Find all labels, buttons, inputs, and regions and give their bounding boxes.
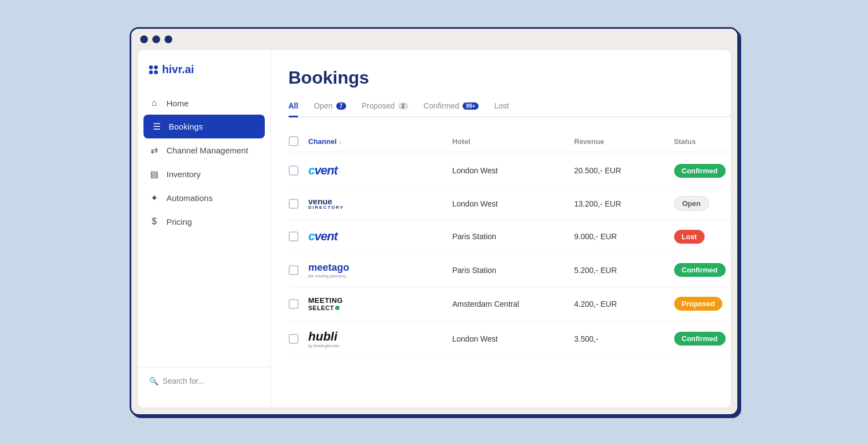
sidebar-item-channel-management[interactable]: ⇄ Channel Management [138,138,270,162]
browser-dot-2 [152,35,160,43]
sidebar-item-bookings-label: Bookings [169,122,203,131]
main-content: Bookings All Open 7 Proposed 2 Confirmed… [271,50,732,408]
row-1-status: Confirmed [674,164,732,178]
sidebar-item-bookings[interactable]: ☰ Bookings [143,115,265,138]
row-1-checkbox[interactable] [289,166,309,176]
row-3-checkbox[interactable] [289,231,309,241]
table-header: Channel ↓ Hotel Revenue Status [289,131,732,152]
hubli-logo: hubli by MeetingBooker [309,329,453,348]
logo: hivr.ai [138,63,270,91]
sidebar-item-inventory-label: Inventory [167,169,201,179]
status-badge-confirmed-2: Confirmed [674,263,726,277]
row-3-status: Lost [674,230,732,244]
logo-text: hivr.ai [162,63,194,76]
sidebar-item-home-label: Home [167,99,189,108]
sidebar-item-home[interactable]: ⌂ Home [138,91,270,115]
tab-confirmed-badge: 99+ [463,102,479,110]
sidebar-nav: ⌂ Home ☰ Bookings ⇄ Channel Management ▤… [138,91,270,233]
row-2-status: Open [674,196,732,211]
pricing-icon: $ [149,217,160,226]
cvent-logo-1: cvent [309,163,338,177]
venue-directory-logo: venue DIRECTORY [309,197,453,210]
tab-all[interactable]: All [289,101,299,117]
tab-lost[interactable]: Lost [494,101,509,117]
row-1-revenue: 20.500,- EUR [574,166,674,175]
tab-lost-label: Lost [494,101,509,110]
header-checkbox[interactable] [289,136,309,146]
row-4-hotel: Paris Station [453,266,574,275]
tabs-bar: All Open 7 Proposed 2 Confirmed 99+ Lost [289,101,732,117]
browser-titlebar [131,29,737,43]
tab-open-label: Open [314,101,332,110]
tab-open-badge: 7 [336,102,346,110]
row-5-revenue: 4.200,- EUR [574,300,674,308]
search-placeholder: Search for... [163,377,204,385]
cvent-logo-2: cvent [309,229,338,243]
row-2-revenue: 13.200,- EUR [574,199,674,208]
table-row[interactable]: cvent Paris Station 9.000,- EUR Lost ··· [289,220,732,253]
header-status: Status [674,137,732,146]
row-2-channel: venue DIRECTORY [309,197,453,210]
tab-open[interactable]: Open 7 [314,101,346,117]
table-row[interactable]: meetago [for meeting planners] Paris Sta… [289,253,732,287]
sidebar-search[interactable]: 🔍 Search for... [138,367,270,394]
home-icon: ⌂ [149,98,160,108]
status-badge-proposed: Proposed [674,297,723,311]
header-channel[interactable]: Channel ↓ [309,137,453,146]
sidebar-item-inventory[interactable]: ▤ Inventory [138,162,270,186]
tab-confirmed-label: Confirmed [424,101,460,110]
row-5-hotel: Amsterdam Central [453,300,574,308]
search-icon: 🔍 [149,377,158,385]
browser-frame: hivr.ai ⌂ Home ☰ Bookings ⇄ Channel Mana… [130,27,739,416]
bookings-table: Channel ↓ Hotel Revenue Status [289,131,732,357]
tab-proposed[interactable]: Proposed 2 [362,101,408,117]
row-6-revenue: 3.500,- [574,334,674,343]
table-row[interactable]: cvent London West 20.500,- EUR Confirmed… [289,154,732,187]
tab-all-label: All [289,101,299,110]
row-6-hotel: London West [453,334,574,343]
row-1-hotel: London West [453,166,574,175]
sort-arrow-icon: ↓ [339,138,342,145]
sidebar-item-pricing[interactable]: $ Pricing [138,210,270,233]
status-badge-confirmed-3: Confirmed [674,332,726,346]
table-row[interactable]: hubli by MeetingBooker London West 3.500… [289,321,732,357]
row-6-checkbox[interactable] [289,334,309,344]
page-title: Bookings [289,68,732,88]
header-revenue: Revenue [574,137,674,146]
header-hotel: Hotel [453,137,574,146]
status-badge-open: Open [674,196,709,211]
browser-dot-1 [140,35,148,43]
table-row[interactable]: MEETING SELECT Amsterdam Central 4.200,-… [289,287,732,321]
tab-proposed-badge: 2 [398,102,408,110]
ms-dot [335,306,340,310]
row-2-hotel: London West [453,199,574,208]
row-5-channel: MEETING SELECT [309,296,453,311]
status-badge-confirmed: Confirmed [674,164,726,178]
row-6-status: Confirmed [674,332,732,346]
status-badge-lost: Lost [674,230,705,244]
table-row[interactable]: venue DIRECTORY London West 13.200,- EUR… [289,187,732,220]
tab-proposed-label: Proposed [362,101,395,110]
sidebar-item-automations[interactable]: ✦ Automations [138,186,270,210]
meeting-select-logo: MEETING SELECT [309,296,453,311]
browser-body: hivr.ai ⌂ Home ☰ Bookings ⇄ Channel Mana… [137,49,732,409]
row-4-checkbox[interactable] [289,265,309,275]
row-4-revenue: 5.200,- EUR [574,266,674,275]
sidebar-item-pricing-label: Pricing [167,217,192,226]
meetago-logo: meetago [for meeting planners] [309,262,453,278]
channel-icon: ⇄ [149,145,160,156]
row-3-channel: cvent [309,229,453,244]
tab-confirmed[interactable]: Confirmed 99+ [424,101,479,117]
automations-icon: ✦ [149,193,160,203]
row-4-channel: meetago [for meeting planners] [309,262,453,278]
row-3-hotel: Paris Station [453,232,574,241]
sidebar-item-channel-label: Channel Management [167,146,249,155]
row-5-checkbox[interactable] [289,299,309,309]
row-3-revenue: 9.000,- EUR [574,232,674,241]
bookings-icon: ☰ [151,121,162,132]
select-all-checkbox[interactable] [289,136,299,146]
row-6-channel: hubli by MeetingBooker [309,329,453,348]
logo-icon [149,65,158,74]
row-5-status: Proposed [674,297,732,311]
row-2-checkbox[interactable] [289,199,309,209]
